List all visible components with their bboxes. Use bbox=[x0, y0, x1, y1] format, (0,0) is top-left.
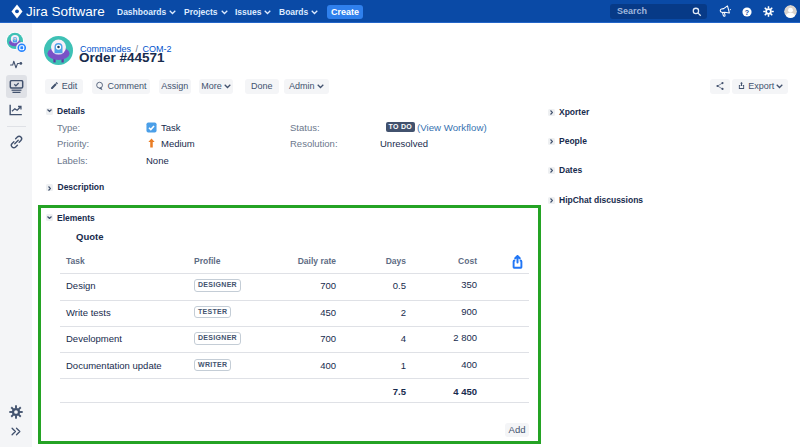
svg-text:?: ? bbox=[745, 8, 749, 16]
